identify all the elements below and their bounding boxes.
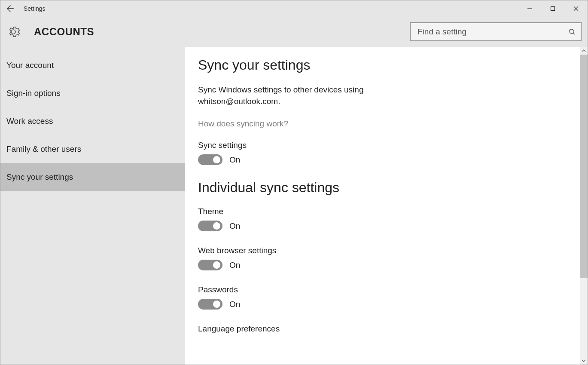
minimize-button[interactable] <box>518 0 541 17</box>
settings-gear-icon <box>6 25 20 39</box>
chevron-down-icon <box>582 359 586 363</box>
sidebar-item-label: Your account <box>6 61 54 70</box>
search-icon <box>564 28 581 35</box>
sidebar-item-label: Sync your settings <box>6 172 73 182</box>
content-heading: Sync your settings <box>198 57 567 73</box>
scroll-track[interactable] <box>580 55 588 357</box>
sync-settings-toggle[interactable] <box>198 154 222 165</box>
passwords-label: Passwords <box>198 285 567 294</box>
sidebar-item-label: Family & other users <box>6 144 81 154</box>
maximize-button[interactable] <box>541 0 564 17</box>
sidebar-item-your-account[interactable]: Your account <box>0 51 185 79</box>
sidebar: Your account Sign-in options Work access… <box>0 47 185 365</box>
titlebar: Settings <box>0 0 588 17</box>
individual-sync-heading: Individual sync settings <box>198 180 567 196</box>
passwords-toggle[interactable] <box>198 299 222 310</box>
theme-state: On <box>229 221 240 231</box>
search-box[interactable] <box>410 22 582 41</box>
page-title: ACCOUNTS <box>34 26 94 38</box>
maximize-icon <box>550 6 555 11</box>
svg-line-6 <box>573 33 575 34</box>
web-browser-state: On <box>229 261 240 270</box>
sidebar-item-label: Work access <box>6 117 53 126</box>
svg-point-4 <box>570 29 574 34</box>
chevron-up-icon <box>582 49 586 53</box>
sidebar-item-sign-in-options[interactable]: Sign-in options <box>0 79 185 107</box>
close-button[interactable] <box>564 0 588 17</box>
content-description: Sync Windows settings to other devices u… <box>198 84 421 107</box>
window-title: Settings <box>24 5 46 12</box>
passwords-state: On <box>229 300 240 309</box>
sync-settings-label: Sync settings <box>198 141 567 150</box>
search-input[interactable] <box>411 23 564 40</box>
back-arrow-icon <box>6 4 15 13</box>
theme-label: Theme <box>198 207 567 216</box>
web-browser-toggle[interactable] <box>198 260 222 270</box>
vertical-scrollbar[interactable] <box>580 47 588 365</box>
sidebar-item-label: Sign-in options <box>6 89 61 98</box>
scroll-up-button[interactable] <box>580 47 588 55</box>
header: ACCOUNTS <box>0 17 588 47</box>
scroll-thumb[interactable] <box>580 55 588 278</box>
close-icon <box>573 6 579 11</box>
help-link[interactable]: How does syncing work? <box>198 119 288 129</box>
web-browser-label: Web browser settings <box>198 246 567 255</box>
svg-rect-1 <box>551 7 555 11</box>
content-area: Sync your settings Sync Windows settings… <box>185 47 580 365</box>
scroll-down-button[interactable] <box>580 357 588 365</box>
language-preferences-label: Language preferences <box>198 324 567 334</box>
theme-toggle[interactable] <box>198 221 222 231</box>
sidebar-item-sync-your-settings[interactable]: Sync your settings <box>0 163 185 191</box>
sync-settings-state: On <box>229 155 240 165</box>
sidebar-item-work-access[interactable]: Work access <box>0 107 185 135</box>
back-button[interactable] <box>0 0 20 17</box>
minimize-icon <box>527 6 532 11</box>
sidebar-item-family-other-users[interactable]: Family & other users <box>0 135 185 163</box>
